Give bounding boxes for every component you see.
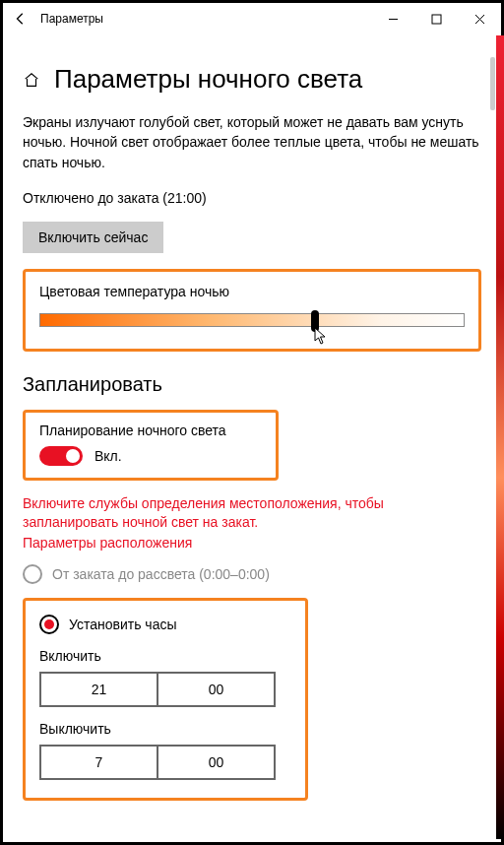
close-button[interactable]	[458, 4, 501, 33]
radio-custom-hours-label: Установить часы	[69, 617, 177, 632]
slider-label: Цветовая температура ночью	[39, 284, 465, 299]
schedule-toggle-label: Планирование ночного света	[39, 422, 262, 438]
back-button[interactable]	[7, 5, 34, 32]
schedule-toggle-section: Планирование ночного света Вкл.	[23, 410, 279, 481]
desktop-wallpaper-edge	[496, 35, 504, 839]
titlebar: Параметры	[3, 3, 501, 34]
turn-on-label: Включить	[39, 648, 287, 664]
turn-off-time-picker[interactable]: 7 00	[39, 745, 276, 780]
minimize-button[interactable]	[371, 4, 414, 33]
page-heading: Параметры ночного света	[54, 64, 362, 95]
radio-sunset[interactable]	[23, 564, 42, 584]
color-temperature-slider[interactable]	[39, 313, 465, 331]
radio-custom-hours[interactable]	[39, 615, 59, 634]
turn-off-minute[interactable]: 00	[157, 747, 274, 778]
settings-window: Параметры Параметры ночного света	[3, 3, 501, 842]
radio-sunset-label: От заката до рассвета (0:00–0:00)	[52, 566, 270, 582]
mouse-cursor-icon	[314, 327, 330, 345]
color-temperature-section: Цветовая температура ночью	[23, 269, 481, 352]
slider-track	[39, 313, 465, 327]
status-text: Отключено до заката (21:00)	[23, 190, 481, 206]
page-description: Экраны излучают голубой свет, который мо…	[23, 112, 481, 172]
scrollbar-thumb[interactable]	[490, 57, 495, 110]
schedule-toggle-state: Вкл.	[94, 448, 122, 464]
svg-rect-0	[432, 15, 441, 24]
turn-off-label: Выключить	[39, 721, 287, 737]
turn-on-hour[interactable]: 21	[41, 674, 157, 705]
location-warning: Включите службы определения местоположен…	[23, 494, 481, 533]
schedule-toggle[interactable]	[39, 446, 83, 466]
maximize-button[interactable]	[414, 4, 458, 33]
window-title: Параметры	[40, 12, 103, 26]
home-icon[interactable]	[23, 71, 40, 89]
turn-on-minute[interactable]: 00	[157, 674, 274, 705]
turn-off-hour[interactable]: 7	[41, 747, 157, 778]
schedule-heading: Запланировать	[23, 373, 481, 396]
location-settings-link[interactable]: Параметры расположения	[23, 535, 481, 551]
enable-now-button[interactable]: Включить сейчас	[23, 222, 163, 253]
turn-on-time-picker[interactable]: 21 00	[39, 672, 276, 707]
custom-hours-section: Установить часы Включить 21 00 Выключить…	[23, 598, 308, 801]
